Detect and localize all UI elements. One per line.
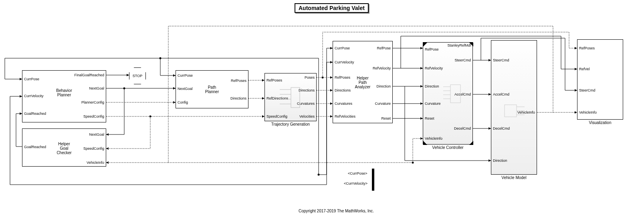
diagram-canvas: Automated Parking Valet	[0, 0, 644, 224]
port-in-curvature: Curvature	[425, 102, 441, 106]
port-out-velocities: Velocities	[299, 114, 315, 118]
port-in-currvelocity: CurrVelocity	[335, 60, 354, 64]
port-out-reset: Reset	[381, 116, 391, 120]
svg-point-0	[318, 174, 320, 176]
copyright-text: Copyright 2017-2019 The MathWorks, Inc.	[299, 209, 374, 213]
block-behavior-planner[interactable]: Behavior Planner CurrPose CurrVelocity G…	[22, 70, 106, 122]
svg-marker-39	[106, 161, 109, 164]
diagram-title: Automated Parking Valet	[295, 3, 369, 13]
port-in-vehicleinfo: VehicleInfo	[425, 136, 442, 141]
block-vehicle-controller[interactable]: StanleyRefMdl RefPose RefVelocity Direct…	[423, 42, 473, 145]
block-stop[interactable]: STOP	[129, 67, 146, 84]
port-out-finalgoal: FinalGoalReached	[74, 73, 104, 77]
port-out-refvel: RefVelocity	[373, 66, 391, 70]
port-in-currpose: CurrPose	[178, 73, 193, 77]
port-out-speedcfg: SpeedConfig	[83, 147, 104, 151]
svg-marker-38	[106, 147, 109, 150]
svg-point-2	[123, 88, 125, 90]
port-in-refdirections: RefDirections	[266, 96, 288, 100]
port-in-refposes: RefPoses	[335, 75, 350, 79]
port-out-accelcmd: AccelCmd	[454, 92, 471, 96]
port-in-directions: Directions	[335, 88, 351, 92]
svg-point-4	[159, 57, 162, 59]
port-in-refposes: RefPoses	[579, 46, 595, 50]
port-in-goalreached: GoalReached	[24, 145, 46, 149]
port-in-refpose: RefPose	[425, 47, 439, 51]
svg-marker-41	[423, 43, 427, 47]
svg-marker-10	[127, 74, 129, 76]
port-in-refvel: RefVel	[579, 67, 590, 71]
block-trajectory-generation[interactable]: RefPoses RefDirections SpeedConfig Poses…	[264, 73, 317, 121]
block-label: Vehicle Model	[491, 175, 537, 180]
port-out-curvature: Curvature	[375, 102, 391, 106]
port-in-reset: Reset	[425, 116, 434, 120]
svg-marker-37	[106, 133, 109, 136]
port-out-plannercfg: PlannerConfig	[81, 100, 104, 104]
svg-marker-44	[469, 141, 473, 145]
svg-marker-43	[423, 141, 427, 145]
port-in-steercmd: SteerCmd	[579, 88, 596, 92]
port-out-poses: Poses	[305, 75, 315, 79]
port-out-steercmd: SteerCmd	[454, 58, 471, 62]
port-in-currpose: CurrPose	[335, 46, 350, 50]
port-out-vehicleinfo: VehicleInfo	[87, 161, 104, 165]
port-out-refpose: RefPose	[377, 46, 391, 50]
port-in-vehicleinfo: VehicleInfo	[579, 110, 597, 114]
port-in-config: Config	[178, 100, 188, 104]
block-vehicle-model[interactable]: SteerCmd AccelCmd DecelCmd Direction Veh…	[491, 40, 537, 175]
port-in-steercmd: SteerCmd	[493, 58, 509, 62]
port-in-refvel: RefVelocities	[335, 114, 355, 118]
svg-point-6	[322, 77, 324, 79]
port-out-nextgoal: NextGoal	[89, 132, 104, 136]
svg-point-3	[149, 116, 151, 118]
port-in-direction: Direction	[493, 159, 507, 163]
port-out-speedcfg: SpeedConfig	[83, 114, 104, 118]
stop-label: STOP	[133, 74, 142, 78]
block-visualization[interactable]: RefPoses RefVel SteerCmd VehicleInfo Vis…	[577, 39, 623, 120]
port-in-speedconfig: SpeedConfig	[266, 114, 287, 118]
port-in-currpose: CurrPose	[24, 77, 39, 81]
block-label: Visualization	[577, 120, 623, 125]
svg-point-5	[412, 162, 414, 164]
port-out-directions: Directions	[299, 88, 315, 92]
port-in-accelcmd: AccelCmd	[493, 92, 509, 96]
port-out-curvatures: Curvatures	[297, 102, 315, 106]
port-in-refposes: RefPoses	[266, 78, 282, 82]
port-out-directions: Directions	[230, 96, 246, 100]
port-out-nextgoal: NextGoal	[89, 86, 104, 90]
port-in-curvatures: Curvatures	[335, 102, 352, 106]
port-out-vehicleinfo: VehicleInfo	[517, 110, 535, 114]
block-label: Vehicle Controller	[423, 145, 472, 150]
block-helper-path-analyzer[interactable]: Helper Path Analyzer CurrPose CurrVeloci…	[333, 41, 393, 123]
port-in-decelcmd: DecelCmd	[493, 126, 510, 130]
block-path-planner[interactable]: Path Planner CurrPose NextGoal Config Re…	[176, 70, 248, 108]
port-out-direction: Direction	[376, 84, 391, 88]
port-in-goalreached: GoalReached	[24, 112, 46, 116]
port-out-refposes: RefPoses	[231, 79, 246, 83]
block-bus-selector[interactable]	[372, 169, 374, 191]
port-in-refvelocity: RefVelocity	[425, 66, 443, 70]
port-in-direction: Direction	[425, 84, 439, 88]
port-in-currvelocity: CurrVelocity	[24, 94, 44, 98]
port-out-decelcmd: DecelCmd	[454, 126, 471, 130]
modelref-name: StanleyRefMdl	[430, 43, 471, 47]
block-label: Trajectory Generation	[265, 122, 316, 126]
signal-label-currpose: <CurrPose>	[348, 171, 367, 175]
block-helper-goal-checker[interactable]: Helper Goal Checker GoalReached NextGoal…	[22, 128, 106, 167]
signal-label-currvelocity: <CurrVelocity>	[344, 181, 367, 185]
svg-rect-46	[505, 105, 517, 117]
port-in-nextgoal: NextGoal	[178, 87, 193, 91]
